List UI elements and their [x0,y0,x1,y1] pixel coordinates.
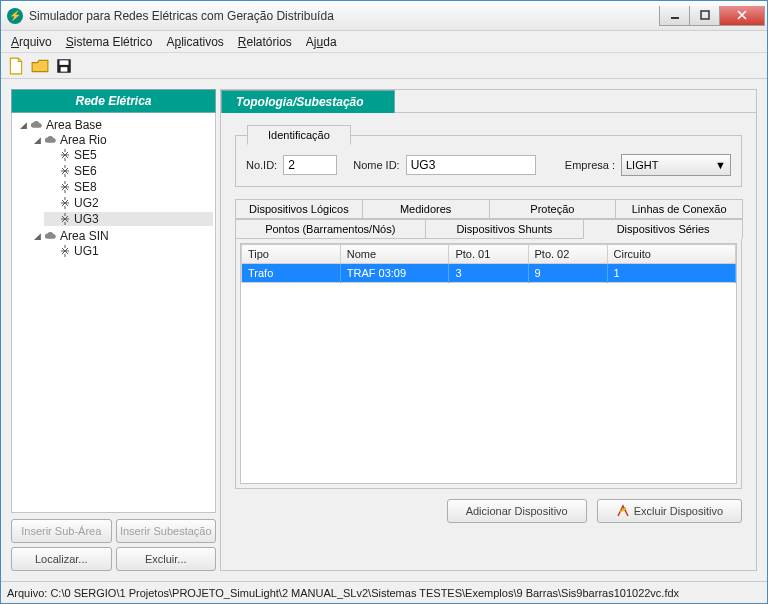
cloud-icon [44,229,58,243]
right-content: Identificação No.ID: Nome ID: Empresa : … [221,113,756,570]
identification-group: Identificação No.ID: Nome ID: Empresa : … [235,125,742,187]
identification-tab[interactable]: Identificação [247,125,351,145]
toolbar [1,53,767,79]
inserir-subestacao-button[interactable]: Inserir Subestação [116,519,217,543]
section-tab-row: Topologia/Subestação [221,90,756,113]
tree-node-area-rio[interactable]: ◢ Area Rio [30,133,213,147]
menu-ajuda[interactable]: Ajuda [300,33,343,51]
substation-icon [58,180,72,194]
col-pto02[interactable]: Pto. 02 [528,245,607,264]
cloud-icon [30,118,44,132]
nomeid-input[interactable] [406,155,536,175]
subtabs: Dispositivos Lógicos Medidores Proteção … [235,199,742,489]
tree-node-ug1[interactable]: UG1 [44,244,213,258]
menu-aplicativos[interactable]: Aplicativos [160,33,229,51]
noid-label: No.ID: [246,159,277,171]
maximize-button[interactable] [689,6,719,26]
chevron-down-icon: ▼ [715,159,726,171]
left-panel-header: Rede Elétrica [11,89,216,113]
app-window: ⚡ Simulador para Redes Elétricas com Ger… [0,0,768,604]
empresa-value: LIGHT [626,159,658,171]
tree-node-area-base[interactable]: ◢ Area Base [16,118,213,132]
new-file-icon[interactable] [7,57,25,75]
menubar: Arquivo Sistema Elétrico Aplicativos Rel… [1,31,767,53]
svg-rect-4 [61,67,68,72]
statusbar: Arquivo: C:\0 SERGIO\1 Projetos\PROJETO_… [1,581,767,603]
tab-dispositivos-logicos[interactable]: Dispositivos Lógicos [235,199,363,219]
tree-label: SE5 [74,148,97,162]
cell-nome: TRAF 03:09 [340,264,449,283]
localizar-button[interactable]: Localizar... [11,547,112,571]
right-bottom-buttons: Adicionar Dispositivo Excluir Dispositiv… [235,499,742,523]
tree-node-ug3[interactable]: UG3 [44,212,213,226]
tree-node-se8[interactable]: SE8 [44,180,213,194]
tab-dispositivos-series[interactable]: Dispositivos Séries [583,219,743,239]
tab-pontos-barramentos[interactable]: Pontos (Barramentos/Nós) [235,219,426,239]
table-row[interactable]: Trafo TRAF 03:09 3 9 1 [242,264,736,283]
adicionar-dispositivo-button[interactable]: Adicionar Dispositivo [447,499,587,523]
tree-node-se6[interactable]: SE6 [44,164,213,178]
subtabs-row-1: Dispositivos Lógicos Medidores Proteção … [235,199,742,219]
open-file-icon[interactable] [31,57,49,75]
noid-input[interactable] [283,155,337,175]
save-file-icon[interactable] [55,57,73,75]
tab-dispositivos-shunts[interactable]: Dispositivos Shunts [425,219,585,239]
window-buttons [659,6,765,26]
tree-label: UG2 [74,196,99,210]
tree-node-se5[interactable]: SE5 [44,148,213,162]
inserir-subarea-button[interactable]: Inserir Sub-Área [11,519,112,543]
substation-icon [58,244,72,258]
menu-sistema-eletrico[interactable]: Sistema Elétrico [60,33,159,51]
table-header-row: Tipo Nome Pto. 01 Pto. 02 Circuito [242,245,736,264]
collapse-icon[interactable]: ◢ [32,231,42,241]
empresa-label: Empresa : [565,159,615,171]
window-title: Simulador para Redes Elétricas com Geraç… [29,9,659,23]
col-pto01[interactable]: Pto. 01 [449,245,528,264]
app-icon: ⚡ [7,8,23,24]
menu-arquivo[interactable]: Arquivo [5,33,58,51]
section-tab-topologia[interactable]: Topologia/Subestação [221,90,395,113]
titlebar: ⚡ Simulador para Redes Elétricas com Ger… [1,1,767,31]
tree-node-ug2[interactable]: UG2 [44,196,213,210]
col-tipo[interactable]: Tipo [242,245,341,264]
network-tree[interactable]: ◢ Area Base ◢ Area Rio [14,117,213,261]
excluir-dispositivo-button[interactable]: Excluir Dispositivo [597,499,742,523]
cloud-icon [44,133,58,147]
tree-label: UG1 [74,244,99,258]
cell-pto01: 3 [449,264,528,283]
substation-icon [58,164,72,178]
col-nome[interactable]: Nome [340,245,449,264]
svg-rect-1 [701,11,709,19]
tree-label: Area Rio [60,133,107,147]
nomeid-label: Nome ID: [353,159,399,171]
menu-relatorios[interactable]: Relatórios [232,33,298,51]
substation-icon [58,212,72,226]
cell-circuito: 1 [607,264,735,283]
subtabs-row-2: Pontos (Barramentos/Nós) Dispositivos Sh… [235,219,742,239]
devices-table: Tipo Nome Pto. 01 Pto. 02 Circuito [241,244,736,283]
tab-protecao[interactable]: Proteção [489,199,617,219]
left-panel: Rede Elétrica ◢ Area Base [11,89,216,571]
tree-label: UG3 [74,212,99,226]
right-panel: Topologia/Subestação Identificação No.ID… [220,89,757,571]
close-button[interactable] [719,6,765,26]
excluir-button[interactable]: Excluir... [116,547,217,571]
empresa-combo[interactable]: LIGHT ▼ [621,154,731,176]
tab-linhas-conexao[interactable]: Linhas de Conexão [615,199,743,219]
tree-label: Area Base [46,118,102,132]
svg-rect-3 [60,60,69,65]
substation-icon [58,196,72,210]
collapse-icon[interactable]: ◢ [32,135,42,145]
col-circuito[interactable]: Circuito [607,245,735,264]
cell-pto02: 9 [528,264,607,283]
minimize-button[interactable] [659,6,689,26]
tab-medidores[interactable]: Medidores [362,199,490,219]
tree-label: SE6 [74,164,97,178]
cell-tipo: Trafo [242,264,341,283]
excluir-dispositivo-label: Excluir Dispositivo [634,505,723,517]
tree-label: SE8 [74,180,97,194]
table-wrap[interactable]: Tipo Nome Pto. 01 Pto. 02 Circuito [240,243,737,484]
tab-body: Tipo Nome Pto. 01 Pto. 02 Circuito [235,239,742,489]
collapse-icon[interactable]: ◢ [18,120,28,130]
tree-node-area-sin[interactable]: ◢ Area SIN [30,229,213,243]
